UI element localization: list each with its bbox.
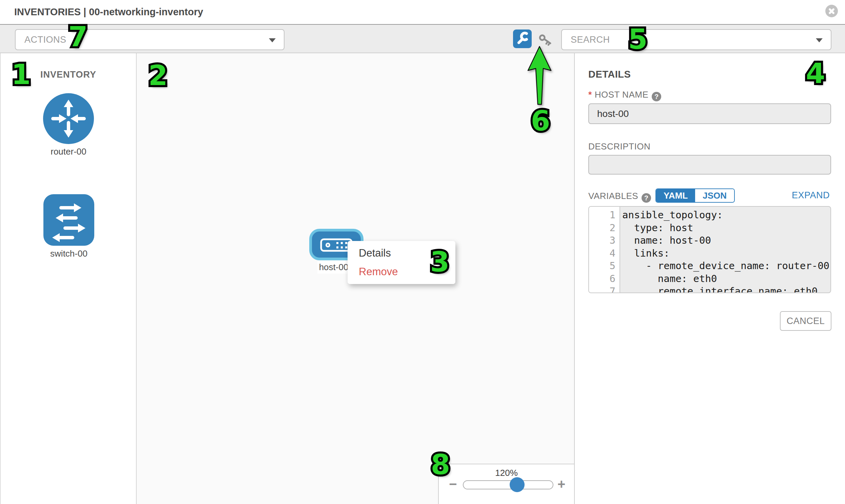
description-input[interactable]: [588, 155, 831, 175]
expand-link[interactable]: EXPAND: [792, 190, 830, 201]
topology-canvas[interactable]: host-00 Details Remove 120% − +: [137, 53, 574, 504]
zoom-in-button[interactable]: +: [558, 476, 565, 491]
menu-item-details[interactable]: Details: [348, 244, 455, 262]
code-line: links:: [622, 247, 830, 260]
app-window: INVENTORIES | 00-networking-inventory AC…: [0, 0, 845, 504]
credentials-button[interactable]: [538, 32, 553, 48]
palette-item-label: switch-00: [43, 249, 94, 259]
inventory-palette: INVENTORY router-00: [0, 53, 137, 504]
palette-title: INVENTORY: [1, 70, 136, 80]
actions-dropdown[interactable]: ACTIONS: [15, 29, 284, 50]
zoom-control: 120% − +: [438, 464, 574, 504]
palette-item-router[interactable]: router-00: [43, 93, 94, 144]
description-label: DESCRIPTION: [588, 141, 650, 152]
host-name-label: *HOST NAME?: [588, 89, 661, 101]
editor-gutter: 1 2 3 4 5 6 7: [589, 207, 620, 292]
zoom-out-button[interactable]: −: [449, 476, 457, 491]
toggle-yaml[interactable]: YAML: [656, 189, 695, 202]
panel-heading: DETAILS: [588, 69, 631, 80]
router-icon: [43, 93, 94, 144]
chevron-down-icon: [816, 38, 823, 42]
key-icon: [538, 32, 553, 48]
editor-code-area[interactable]: ansible_topology: type: host name: host-…: [620, 207, 830, 292]
chevron-down-icon: [269, 38, 276, 42]
cancel-button[interactable]: CANCEL: [780, 311, 831, 331]
host-name-input[interactable]: [588, 103, 831, 124]
host-node-label: host-00: [317, 260, 350, 273]
header: INVENTORIES | 00-networking-inventory: [0, 0, 845, 24]
details-panel: DETAILS *HOST NAME? DESCRIPTION VARIABLE…: [574, 53, 845, 504]
close-button[interactable]: [825, 5, 838, 17]
code-line: - remote_device_name: router-00: [622, 259, 830, 272]
palette-item-label: router-00: [43, 146, 94, 157]
build-mode-button[interactable]: [513, 30, 532, 48]
format-toggle: YAML JSON: [655, 188, 735, 203]
variables-label: VARIABLES?: [588, 191, 651, 203]
code-line: remote_interface_name: eth0: [622, 285, 830, 293]
palette-item-switch[interactable]: switch-00: [43, 194, 94, 246]
wrench-icon: [513, 30, 532, 48]
menu-item-remove[interactable]: Remove: [348, 262, 455, 281]
variables-editor: 1 2 3 4 5 6 7 ansible_topology: type: ho…: [588, 206, 831, 293]
code-line: ansible_topology:: [622, 209, 830, 222]
switch-icon: [43, 194, 94, 246]
code-line: name: host-00: [622, 234, 830, 247]
zoom-level-value: 120%: [439, 468, 574, 478]
code-line: type: host: [622, 222, 830, 235]
toggle-json[interactable]: JSON: [695, 189, 734, 202]
node-context-menu: Details Remove: [348, 241, 455, 284]
page-title: INVENTORIES | 00-networking-inventory: [14, 0, 203, 24]
help-icon[interactable]: ?: [641, 193, 651, 203]
toolbar: ACTIONS SEARCH: [0, 24, 845, 53]
zoom-slider-handle[interactable]: [510, 477, 525, 492]
zoom-slider-track[interactable]: [463, 480, 553, 489]
search-dropdown-label: SEARCH: [571, 30, 610, 50]
required-marker: *: [588, 89, 592, 100]
code-line: name: eth0: [622, 272, 830, 285]
actions-dropdown-label: ACTIONS: [24, 30, 67, 50]
help-icon[interactable]: ?: [652, 92, 661, 101]
search-dropdown[interactable]: SEARCH: [561, 29, 831, 50]
